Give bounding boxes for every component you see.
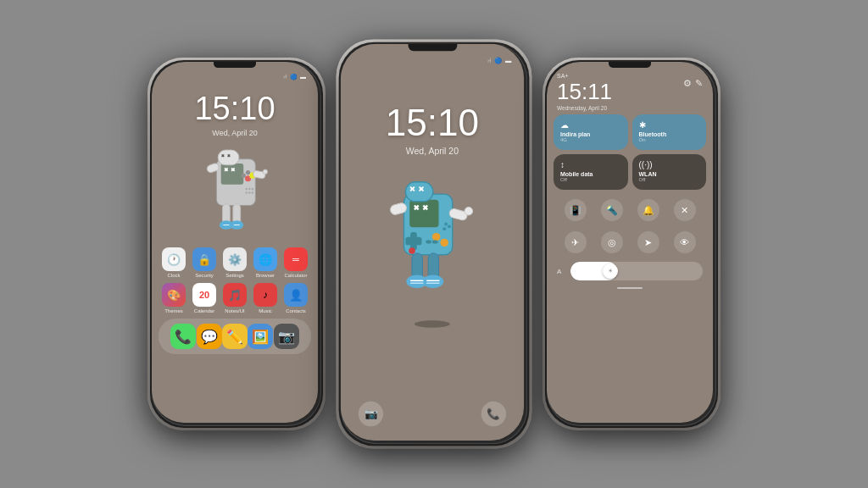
cc-tile-mobiledata[interactable]: ↕ Mobile data Off bbox=[554, 154, 628, 190]
cc-tile-row-2: ↕ Mobile data Off ((·)) WLAN Off bbox=[547, 154, 713, 190]
home-date: Wed, April 20 bbox=[152, 129, 318, 137]
dock: 📞 💬 ✏️ 🖼️ 📷 bbox=[159, 319, 311, 354]
cc-indira-icon: ☁ bbox=[560, 120, 621, 130]
cc-header: SA+ 15:11 Wednesday, April 20 ⚙ ✎ bbox=[547, 68, 713, 114]
cc-flashlight-btn[interactable]: 🔦 bbox=[601, 199, 623, 221]
app-row-2: 🎨 Themes 20 Calendar 🎵 Notes/UI ♪ bbox=[152, 283, 318, 313]
svg-rect-40 bbox=[426, 241, 431, 244]
home-time: 15:10 bbox=[152, 91, 318, 127]
phone-lock: ⑁ 🔵 ▬ 15:10 Wed, April 20 bbox=[337, 40, 532, 449]
dock-gallery[interactable]: 🖼️ bbox=[248, 324, 273, 349]
svg-point-57 bbox=[422, 275, 443, 288]
svg-point-12 bbox=[251, 187, 253, 190]
cc-wlan-icon: ((·)) bbox=[639, 160, 700, 169]
svg-rect-37 bbox=[405, 237, 421, 246]
app-calendar[interactable]: 20 Calendar bbox=[192, 283, 216, 313]
lock-bottom-controls: 📷 📞 bbox=[341, 402, 524, 426]
dock-notes[interactable]: ✏️ bbox=[222, 324, 248, 349]
app-calculator[interactable]: ═ Calculator bbox=[284, 247, 308, 278]
mascot-shadow bbox=[415, 320, 450, 327]
phones-container: ⑁ 🔵 ▬ 15:10 Wed, April 20 bbox=[147, 49, 721, 439]
cc-tile-row-1: ☁ Indira plan 4G ✱ Bluetooth On bbox=[547, 114, 713, 150]
svg-point-15 bbox=[251, 191, 253, 194]
status-bar-home: ⑁ 🔵 ▬ bbox=[152, 68, 318, 82]
svg-point-8 bbox=[241, 173, 245, 177]
lock-phone-btn[interactable]: 📞 bbox=[481, 402, 506, 426]
app-notes[interactable]: 🎵 Notes/UI bbox=[223, 283, 247, 313]
cc-date: Wednesday, April 20 bbox=[557, 105, 612, 111]
cc-controls-row-1: 📳 🔦 🔔 ✕ bbox=[547, 194, 713, 226]
svg-point-44 bbox=[444, 223, 448, 226]
svg-rect-1 bbox=[220, 164, 243, 185]
cc-time: 15:11 bbox=[557, 79, 612, 105]
cc-tile-bluetooth[interactable]: ✱ Bluetooth On bbox=[632, 114, 707, 150]
home-mascot bbox=[152, 137, 318, 247]
svg-point-13 bbox=[245, 191, 248, 194]
cc-airplane-btn[interactable]: ✈ bbox=[565, 231, 587, 253]
cc-mobiledata-icon: ↕ bbox=[560, 160, 621, 169]
app-themes[interactable]: 🎨 Themes bbox=[162, 283, 186, 313]
cc-location-btn[interactable]: ➤ bbox=[637, 231, 659, 253]
svg-point-10 bbox=[245, 187, 248, 190]
cc-bluetooth-icon: ✱ bbox=[639, 120, 700, 130]
svg-point-45 bbox=[409, 247, 415, 254]
cc-carrier-label: SA+ bbox=[557, 73, 568, 79]
svg-rect-46 bbox=[405, 182, 432, 202]
app-clock[interactable]: 🕐 Clock bbox=[162, 247, 186, 278]
lock-time: 15:10 bbox=[341, 102, 524, 144]
svg-point-23 bbox=[263, 169, 267, 174]
app-row-1: 🕐 Clock 🔒 Security ⚙️ Settings 🌐 bbox=[152, 247, 318, 278]
svg-point-42 bbox=[442, 227, 446, 230]
cc-brightness-bar[interactable]: ☀ bbox=[570, 262, 703, 280]
status-bar-lock: ⑁ 🔵 ▬ bbox=[341, 51, 524, 66]
cc-eye-btn[interactable]: 👁 bbox=[674, 231, 696, 253]
app-settings[interactable]: ⚙️ Settings bbox=[223, 247, 247, 278]
cc-tile-indira[interactable]: ☁ Indira plan 4G bbox=[554, 114, 628, 150]
app-contacts[interactable]: 👤 Contacts bbox=[284, 283, 308, 313]
svg-rect-16 bbox=[218, 150, 239, 165]
dock-messages[interactable]: 💬 bbox=[197, 324, 222, 349]
cc-header-icons: ⚙ ✎ bbox=[683, 78, 703, 89]
svg-point-11 bbox=[248, 187, 250, 190]
dock-camera[interactable]: 📷 bbox=[274, 324, 299, 349]
cc-brightness-knob: ☀ bbox=[603, 263, 618, 279]
svg-rect-41 bbox=[432, 241, 438, 244]
cc-bottom-line bbox=[617, 287, 643, 289]
phone-home: ⑁ 🔵 ▬ 15:10 Wed, April 20 bbox=[147, 58, 326, 430]
svg-rect-31 bbox=[409, 200, 438, 227]
app-browser[interactable]: 🌐 Browser bbox=[253, 247, 277, 278]
cc-auto-brightness-label: A bbox=[557, 268, 565, 275]
svg-point-39 bbox=[432, 233, 441, 241]
lock-mascot bbox=[341, 174, 524, 312]
svg-point-38 bbox=[440, 239, 448, 247]
cc-screen-record-btn[interactable]: ✕ bbox=[674, 199, 696, 221]
lock-camera-btn[interactable]: 📷 bbox=[359, 402, 383, 426]
svg-point-43 bbox=[448, 225, 451, 228]
svg-point-53 bbox=[465, 207, 473, 215]
svg-point-14 bbox=[248, 191, 250, 194]
phone-control-center: SA+ 15:11 Wednesday, April 20 ⚙ ✎ bbox=[542, 58, 721, 430]
app-music[interactable]: ♪ Music bbox=[253, 283, 277, 313]
cc-edit-icon[interactable]: ✎ bbox=[695, 78, 703, 89]
cc-settings-icon[interactable]: ⚙ bbox=[683, 78, 692, 89]
cc-vibrate-btn[interactable]: 📳 bbox=[565, 199, 587, 221]
cc-brightness-row: A ☀ bbox=[547, 258, 713, 284]
cc-bell-btn[interactable]: 🔔 bbox=[637, 199, 659, 221]
app-security[interactable]: 🔒 Security bbox=[192, 247, 216, 278]
lock-date: Wed, April 20 bbox=[341, 147, 524, 157]
cc-privacy-btn[interactable]: ◎ bbox=[601, 231, 623, 253]
svg-point-9 bbox=[245, 169, 249, 174]
cc-controls-row-2: ✈ ◎ ➤ 👁 bbox=[547, 226, 713, 258]
cc-tile-wlan[interactable]: ((·)) WLAN Off bbox=[632, 154, 707, 190]
dock-phone[interactable]: 📞 bbox=[170, 324, 196, 349]
